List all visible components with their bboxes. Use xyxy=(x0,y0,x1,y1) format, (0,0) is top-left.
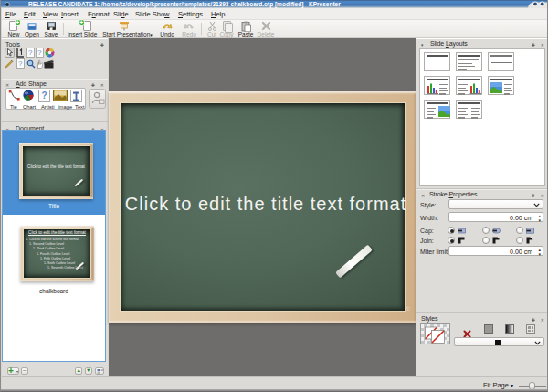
svg-text:?: ? xyxy=(37,48,42,57)
svg-text:?: ? xyxy=(28,48,33,57)
svg-text:?: ? xyxy=(18,59,23,68)
